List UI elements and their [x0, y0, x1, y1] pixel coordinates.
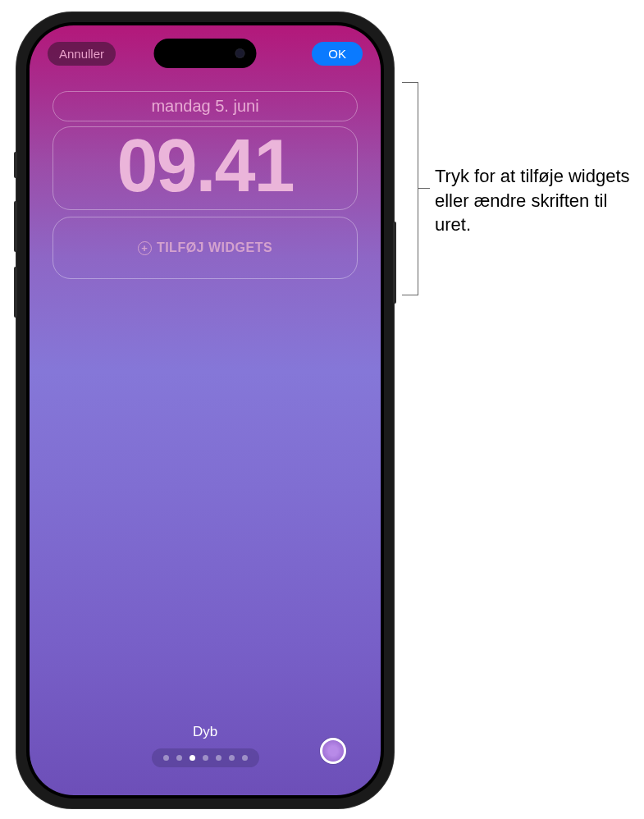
- add-widgets-slot[interactable]: + TILFØJ WIDGETS: [53, 217, 358, 279]
- callout-line: [418, 188, 430, 189]
- time-label: 09.41: [116, 125, 293, 207]
- page-indicator[interactable]: [152, 748, 259, 767]
- phone-frame: Annuller OK mandag 5. juni 09.41 + TILFØ…: [16, 12, 394, 808]
- page-dot: [176, 755, 182, 761]
- side-button: [393, 222, 396, 304]
- page-dot: [216, 755, 222, 761]
- widget-edit-area: mandag 5. juni 09.41 + TILFØJ WIDGETS: [53, 91, 358, 279]
- color-picker-button[interactable]: [320, 738, 346, 764]
- lock-screen-editor: Annuller OK mandag 5. juni 09.41 + TILFØ…: [30, 25, 381, 795]
- time-widget-slot[interactable]: 09.41: [53, 126, 358, 210]
- volume-up-button: [14, 201, 17, 252]
- page-dot: [163, 755, 169, 761]
- add-widgets-label: TILFØJ WIDGETS: [157, 240, 272, 255]
- cancel-button[interactable]: Annuller: [48, 42, 116, 66]
- page-dot: [203, 755, 208, 761]
- page-dot: [190, 755, 195, 761]
- date-label: mandag 5. juni: [151, 97, 258, 115]
- date-widget-slot[interactable]: mandag 5. juni: [53, 91, 358, 121]
- page-dot: [242, 755, 248, 761]
- page-dot: [229, 755, 235, 761]
- callout-bracket: [402, 82, 418, 295]
- volume-down-button: [14, 267, 17, 318]
- dynamic-island: [154, 39, 257, 68]
- callout-text: Tryk for at tilføje widgets eller ændre …: [435, 164, 640, 237]
- plus-circle-icon: +: [138, 241, 152, 255]
- phone-bezel: Annuller OK mandag 5. juni 09.41 + TILFØ…: [26, 22, 384, 798]
- silence-switch: [14, 152, 17, 178]
- done-button[interactable]: OK: [312, 42, 363, 66]
